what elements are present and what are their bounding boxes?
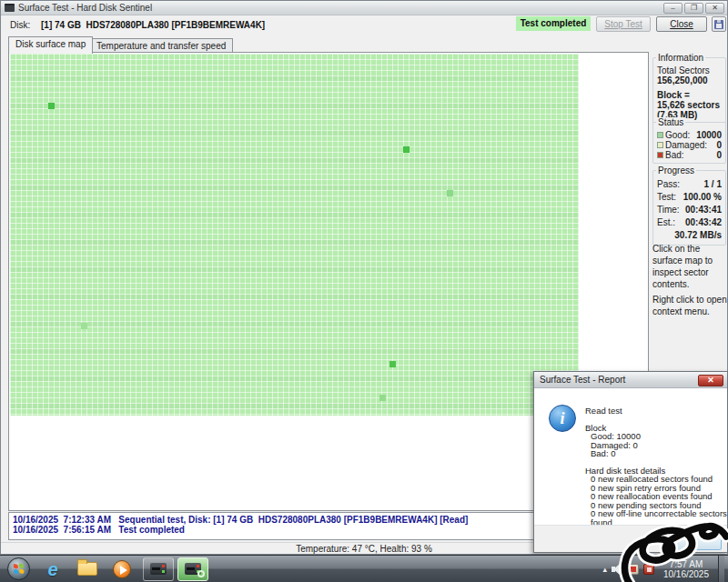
good-label: Good:	[665, 130, 696, 140]
tab-disk-surface-map[interactable]: Disk surface map	[8, 36, 93, 54]
status-title: Status	[656, 117, 685, 127]
tab-temperature-speed[interactable]: Temperature and transfer speed	[89, 38, 233, 53]
hard-disk-icon	[150, 563, 167, 575]
total-sectors-label: Total Sectors	[657, 65, 722, 75]
floppy-icon	[714, 20, 723, 29]
minimize-button[interactable]: –	[663, 3, 682, 14]
report-heading: Read test	[585, 406, 727, 416]
bad-label: Bad:	[665, 150, 716, 160]
close-button[interactable]: Close	[656, 16, 707, 32]
test-label: Test:	[657, 191, 683, 204]
pass-label: Pass:	[657, 178, 704, 191]
save-report-button[interactable]	[712, 16, 726, 32]
disk-label: Disk:	[10, 20, 30, 30]
tested-block[interactable]	[447, 190, 453, 196]
hint-inspect-sectors: Click on the surface map to inspect sect…	[652, 243, 727, 290]
maximize-button[interactable]: ❐	[684, 3, 703, 14]
damaged-color-swatch	[657, 142, 663, 148]
good-color-swatch	[657, 132, 663, 138]
progress-row-speed: 30.72 MB/s	[657, 229, 722, 242]
damaged-value: 0	[716, 140, 722, 150]
media-player-icon	[113, 560, 131, 578]
test-status-badge: Test completed	[516, 16, 591, 31]
surface-test-taskbar-button[interactable]	[177, 557, 208, 581]
tested-block[interactable]	[379, 395, 386, 401]
report-body: Read test Block Good: 10000 Damaged: 0 B…	[585, 406, 727, 527]
stop-test-button: Stop Test	[596, 16, 651, 32]
status-row-good: Good: 10000	[657, 130, 722, 140]
close-window-button[interactable]: ✕	[705, 3, 724, 14]
test-value: 100.00 %	[683, 191, 722, 204]
titlebar[interactable]: Surface Test - Hard Disk Sentinel – ❐ ✕	[1, 1, 727, 15]
disk-value: [1] 74 GB HDS728080PLA380 [PF1B9BEMREWA4…	[41, 20, 265, 30]
tested-block[interactable]	[389, 361, 396, 367]
block-label: Block =	[657, 90, 722, 100]
report-title: Surface Test - Report	[540, 375, 625, 385]
surface-map-grid[interactable]	[10, 54, 579, 416]
tested-block[interactable]	[403, 146, 410, 153]
start-button[interactable]	[7, 557, 30, 580]
internet-explorer-icon: e	[47, 560, 57, 578]
progress-title: Progress	[656, 166, 696, 176]
bad-value: 0	[716, 150, 722, 160]
block-value: 15,626 sectors	[657, 100, 722, 110]
time-label: Time:	[657, 204, 685, 216]
est-value: 00:43:42	[685, 216, 722, 229]
report-close-button[interactable]: ✕	[698, 375, 723, 386]
status-group: Status Good: 10000 Damaged: 0 Bad: 0	[652, 122, 726, 164]
app-icon	[5, 4, 15, 12]
media-player-taskbar-button[interactable]	[108, 557, 136, 581]
status-row-damaged: Damaged: 0	[657, 140, 722, 150]
est-label: Est.:	[657, 216, 685, 229]
damaged-label: Damaged:	[665, 140, 716, 150]
hd-sentinel-taskbar-button[interactable]	[143, 557, 174, 581]
report-block-bad: Bad: 0	[585, 449, 727, 458]
tested-block[interactable]	[81, 323, 87, 329]
progress-row-est: Est.: 00:43:42	[657, 216, 722, 229]
folder-icon	[77, 562, 97, 576]
window-title: Surface Test - Hard Disk Sentinel	[18, 3, 152, 13]
hint-context-menu: Right click to open context menu.	[652, 294, 727, 317]
internet-explorer-taskbar-button[interactable]: e	[39, 557, 66, 581]
time-value: 00:43:41	[685, 204, 722, 216]
information-group: Information Total Sectors 156,250,000 Bl…	[652, 57, 726, 124]
info-icon: i	[549, 405, 576, 432]
magnifier-icon	[197, 570, 205, 577]
progress-row-pass: Pass: 1 / 1	[657, 178, 722, 191]
bad-color-swatch	[657, 152, 663, 158]
status-row-bad: Bad: 0	[657, 150, 722, 160]
windows-logo-icon	[14, 564, 25, 575]
good-value: 10000	[696, 130, 722, 140]
speed-value: 30.72 MB/s	[674, 229, 722, 242]
information-title: Information	[656, 53, 705, 63]
tested-block[interactable]	[48, 103, 55, 109]
scribble-annotation	[596, 514, 728, 582]
pass-value: 1 / 1	[704, 178, 722, 191]
progress-row-test: Test: 100.00 %	[657, 191, 722, 204]
total-sectors-value: 156,250,000	[657, 75, 722, 85]
progress-group: Progress Pass: 1 / 1 Test: 100.00 % Time…	[652, 170, 726, 246]
progress-row-time: Time: 00:43:41	[657, 204, 722, 216]
file-explorer-taskbar-button[interactable]	[74, 557, 101, 581]
